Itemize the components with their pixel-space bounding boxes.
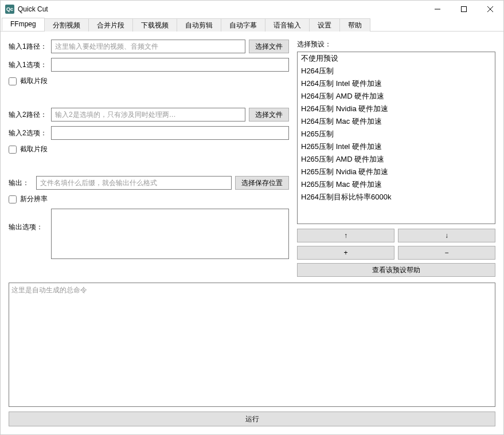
app-icon: Qc [5, 5, 14, 14]
tab-merge-clips[interactable]: 合并片段 [88, 18, 133, 32]
input2-clip-check[interactable] [9, 146, 17, 154]
preset-item[interactable]: H264压制 Nvidia 硬件加速 [298, 103, 495, 115]
output-path-field[interactable] [36, 176, 232, 190]
preset-item[interactable]: H264压制 Mac 硬件加速 [298, 115, 495, 128]
preset-item[interactable]: H264压制 AMD 硬件加速 [298, 90, 495, 103]
input1-options-field[interactable] [51, 58, 289, 72]
input1-path-label: 输入1路径： [9, 42, 48, 52]
preset-item[interactable]: H265压制 Intel 硬件加速 [298, 140, 495, 153]
output-label: 输出： [9, 178, 33, 188]
input2-path-label: 输入2路径： [9, 110, 48, 120]
preset-item[interactable]: 不使用预设 [298, 52, 495, 65]
preset-item[interactable]: H264压制 [298, 65, 495, 77]
input2-path-field[interactable] [51, 108, 245, 122]
minimize-icon [435, 6, 440, 12]
input1-options-label: 输入1选项： [9, 60, 48, 70]
tab-voice-input[interactable]: 语音输入 [265, 18, 310, 32]
preset-list[interactable]: 不使用预设H264压制H264压制 Intel 硬件加速H264压制 AMD 硬… [297, 52, 495, 224]
close-button[interactable] [477, 1, 503, 18]
tab-download-video[interactable]: 下载视频 [132, 18, 177, 32]
preset-move-down-button[interactable]: ↓ [398, 229, 495, 242]
input2-options-label: 输入2选项： [9, 128, 48, 138]
command-output-field[interactable] [9, 283, 495, 407]
preset-item[interactable]: H265压制 Nvidia 硬件加速 [298, 166, 495, 178]
maximize-icon [461, 6, 467, 12]
preset-item[interactable]: H265压制 AMD 硬件加速 [298, 153, 495, 166]
new-resolution-check[interactable] [9, 195, 17, 203]
left-pane: 输入1路径： 选择文件 输入1选项： 截取片段 输入2路径： 选择文件 输入2选… [9, 40, 289, 277]
preset-item[interactable]: H264压制目标比特率6000k [298, 191, 495, 203]
preset-help-button[interactable]: 查看该预设帮助 [297, 263, 495, 277]
output-options-field[interactable] [51, 209, 289, 259]
tab-auto-subtitle[interactable]: 自动字幕 [221, 18, 265, 32]
new-resolution-checkbox[interactable]: 新分辨率 [9, 194, 289, 204]
input1-clip-label: 截取片段 [20, 76, 48, 86]
window-title: Quick Cut [18, 5, 48, 13]
output-options-label: 输出选项： [9, 209, 48, 232]
input1-clip-checkbox[interactable]: 截取片段 [9, 76, 289, 86]
tab-bar: FFmpeg 分割视频 合并片段 下载视频 自动剪辑 自动字幕 语音输入 设置 … [1, 18, 503, 32]
svg-rect-1 [462, 7, 467, 12]
input1-clip-check[interactable] [9, 77, 17, 85]
input2-clip-label: 截取片段 [20, 144, 48, 154]
preset-item[interactable]: H265压制 [298, 128, 495, 140]
input1-browse-button[interactable]: 选择文件 [249, 40, 289, 53]
new-resolution-label: 新分辨率 [20, 194, 48, 204]
input2-browse-button[interactable]: 选择文件 [249, 108, 289, 122]
tab-split-video[interactable]: 分割视频 [44, 18, 89, 32]
preset-remove-button[interactable]: − [398, 246, 495, 260]
tab-ffmpeg[interactable]: FFmpeg [2, 18, 45, 31]
minimize-button[interactable] [424, 1, 451, 18]
preset-add-button[interactable]: + [297, 246, 394, 260]
input1-path-field[interactable] [51, 40, 245, 53]
input2-clip-checkbox[interactable]: 截取片段 [9, 144, 289, 154]
close-icon [487, 6, 493, 12]
preset-item[interactable]: H265压制 Mac 硬件加速 [298, 178, 495, 191]
tab-help[interactable]: 帮助 [339, 18, 370, 32]
maximize-button[interactable] [451, 1, 477, 18]
right-pane: 选择预设： 不使用预设H264压制H264压制 Intel 硬件加速H264压制… [297, 40, 495, 277]
title-bar: Qc Quick Cut [1, 1, 503, 18]
run-button[interactable]: 运行 [9, 412, 495, 426]
tab-auto-cut[interactable]: 自动剪辑 [177, 18, 221, 32]
preset-item[interactable]: H264压制 Intel 硬件加速 [298, 77, 495, 90]
preset-label: 选择预设： [297, 40, 495, 49]
output-browse-button[interactable]: 选择保存位置 [235, 176, 289, 190]
tab-settings[interactable]: 设置 [309, 18, 340, 32]
input2-options-field[interactable] [51, 126, 289, 140]
preset-move-up-button[interactable]: ↑ [297, 229, 394, 242]
